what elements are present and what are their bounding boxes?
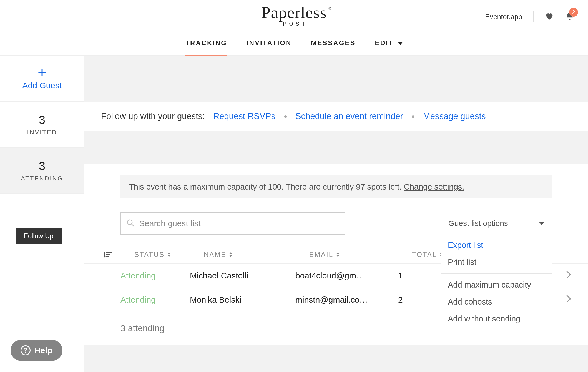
guest-list-panel: This event has a maximum capacity of 100… xyxy=(84,164,588,345)
main-panel: Follow up with your guests: Request RSVP… xyxy=(84,56,588,372)
search-icon xyxy=(126,219,135,228)
cell-name: Michael Castelli xyxy=(190,271,295,280)
cell-total: 2 xyxy=(398,295,443,305)
app-label[interactable]: Eventor.app xyxy=(485,13,522,21)
help-button[interactable]: ? Help xyxy=(11,340,62,361)
heart-icon[interactable] xyxy=(545,11,554,22)
option-add-without-sending[interactable]: Add without sending xyxy=(441,310,552,327)
sidebar: + Add Guest 3 INVITED 3 ATTENDING Follow… xyxy=(0,56,84,372)
option-print-list[interactable]: Print list xyxy=(441,254,552,271)
brand-sub: POST xyxy=(264,21,327,27)
invited-count: 3 xyxy=(39,113,45,127)
cell-email: minstn@gmail.co… xyxy=(295,295,398,305)
option-add-capacity[interactable]: Add maximum capacity xyxy=(441,277,552,293)
guest-list-options: Guest list options Export list Print lis… xyxy=(441,213,552,234)
sidebar-item-invited[interactable]: 3 INVITED xyxy=(0,102,84,148)
notifications[interactable]: 2 xyxy=(565,12,574,22)
sort-icon xyxy=(336,252,340,257)
link-schedule-reminder[interactable]: Schedule an event reminder xyxy=(295,111,403,121)
follow-up-button[interactable]: Follow Up xyxy=(16,228,62,244)
divider xyxy=(533,11,534,22)
followup-bar: Follow up with your guests: Request RSVP… xyxy=(84,102,588,131)
svg-point-0 xyxy=(127,220,132,225)
cell-status: Attending xyxy=(120,271,190,280)
help-label: Help xyxy=(34,346,52,355)
brand-top: Paperless® xyxy=(261,7,327,18)
cell-name: Monika Belski xyxy=(190,295,295,305)
search-input[interactable] xyxy=(139,219,340,228)
capacity-bar: This event has a maximum capacity of 100… xyxy=(120,175,552,198)
attending-label: ATTENDING xyxy=(21,175,63,182)
dot-separator: ● xyxy=(411,113,415,120)
row-sort-icon[interactable] xyxy=(101,251,115,258)
tab-messages[interactable]: MESSAGES xyxy=(311,30,355,56)
chevron-right-icon xyxy=(566,270,571,281)
caret-down-icon xyxy=(398,42,403,45)
attending-count: 3 xyxy=(39,159,45,173)
option-add-cohosts[interactable]: Add cohosts xyxy=(441,293,552,310)
svg-line-1 xyxy=(132,224,134,226)
header-right: Eventor.app 2 xyxy=(485,11,574,22)
list-toolbar: Guest list options Export list Print lis… xyxy=(120,212,552,235)
sidebar-item-attending[interactable]: 3 ATTENDING xyxy=(0,148,84,194)
brand-logo[interactable]: Paperless® POST xyxy=(261,7,327,27)
followup-lead: Follow up with your guests: xyxy=(101,111,205,121)
question-icon: ? xyxy=(21,345,31,355)
add-guest-label: Add Guest xyxy=(22,81,62,90)
tab-edit-label: EDIT xyxy=(375,39,393,47)
capacity-text: This event has a maximum capacity of 100… xyxy=(129,182,404,191)
change-settings-link[interactable]: Change settings. xyxy=(404,182,464,191)
main-nav: TRACKING INVITATION MESSAGES EDIT xyxy=(0,31,588,56)
link-request-rsvps[interactable]: Request RSVPs xyxy=(213,111,275,121)
options-dropdown: Export list Print list Add maximum capac… xyxy=(441,234,552,330)
search-input-wrap[interactable] xyxy=(120,212,345,235)
caret-down-icon xyxy=(539,222,544,225)
cell-email: boat4cloud@gm… xyxy=(295,271,398,280)
invited-label: INVITED xyxy=(27,129,57,136)
app-header: Paperless® POST Eventor.app 2 xyxy=(0,0,588,31)
tab-invitation[interactable]: INVITATION xyxy=(247,30,292,56)
notification-badge: 2 xyxy=(569,8,578,17)
add-guest-button[interactable]: + Add Guest xyxy=(0,56,84,102)
link-message-guests[interactable]: Message guests xyxy=(423,111,486,121)
options-select[interactable]: Guest list options xyxy=(441,213,552,234)
sort-icon xyxy=(167,252,171,257)
cell-total: 1 xyxy=(398,271,443,280)
tab-edit[interactable]: EDIT xyxy=(375,30,403,56)
bell-icon xyxy=(565,17,574,21)
col-header-status[interactable]: STATUS xyxy=(134,251,204,258)
col-header-email[interactable]: EMAIL xyxy=(309,251,412,258)
col-header-name[interactable]: NAME xyxy=(204,251,309,258)
plus-icon: + xyxy=(38,67,47,79)
dot-separator: ● xyxy=(284,113,287,120)
tab-tracking[interactable]: TRACKING xyxy=(185,30,227,56)
cell-status: Attending xyxy=(120,295,190,305)
sort-icon xyxy=(229,252,232,257)
option-export-list[interactable]: Export list xyxy=(441,237,552,254)
options-label: Guest list options xyxy=(448,219,508,228)
chevron-right-icon xyxy=(566,295,571,305)
